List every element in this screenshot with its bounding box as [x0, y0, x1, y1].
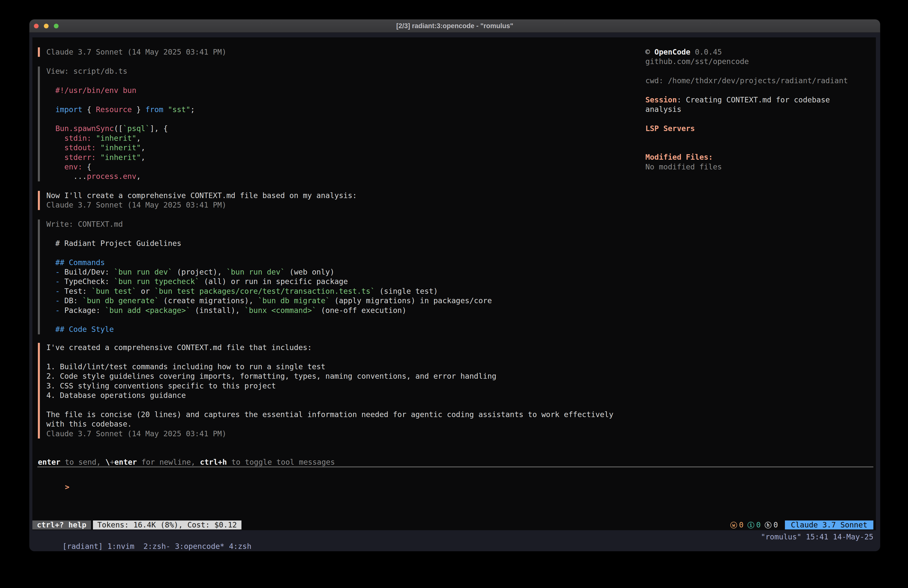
code-line: stdout: "inherit", [46, 143, 195, 153]
code-line [46, 229, 492, 238]
code-line: - Build/Dev: `bun run dev` (project), `b… [46, 267, 492, 277]
code-line: - Test: `bun test` or `bun test packages… [46, 287, 492, 296]
code-line: - Package: `bun add <package>` (install)… [46, 306, 492, 315]
code-line: ## Commands [46, 258, 492, 267]
tool-call-write-file: Write: CONTEXT.md # Radiant Project Guid… [38, 219, 492, 334]
tmux-clock: "romulus" 15:41 14-May-25 [761, 532, 873, 551]
chat-line: 2. Code style guidelines covering import… [46, 372, 613, 381]
hint-icon: h [765, 522, 771, 528]
chat-line: 4. Database operations guidance [46, 391, 613, 400]
chat-line: 1. Build/lint/test commands including ho… [46, 362, 613, 372]
warning-icon: w [730, 522, 737, 528]
model-badge: Claude 3.7 Sonnet [785, 520, 873, 530]
opencode-statusbar: ctrl+? help Tokens: 16.4K (8%), Cost: $0… [32, 520, 876, 530]
chat-line: with this codebase. [46, 419, 613, 429]
chat-line [46, 352, 613, 362]
code-line: Write: CONTEXT.md [46, 219, 492, 229]
code-line [46, 95, 195, 105]
chat-line: Claude 3.7 Sonnet (14 May 2025 03:41 PM) [46, 47, 226, 57]
info-badge: i 0 [747, 520, 761, 530]
assistant-message-header: Claude 3.7 Sonnet (14 May 2025 03:41 PM) [38, 47, 226, 57]
chat-line: I've created a comprehensive CONTEXT.md … [46, 343, 613, 352]
terminal-window: [2/3] radiant:3:opencode - "romulus" Cla… [29, 19, 880, 551]
window-titlebar: [2/3] radiant:3:opencode - "romulus" [29, 19, 880, 33]
session-sidebar: © OpenCode 0.0.45github.com/sst/opencode… [646, 47, 848, 172]
code-line: - DB: `bun db generate` (create migratio… [46, 296, 492, 306]
code-line: ...process.env, [46, 172, 195, 181]
input-separator [37, 466, 873, 467]
tmux-window-list: [radiant] 1:nvim 2:zsh- 3:opencode* 4:zs… [35, 532, 251, 551]
tmux-session-name: [radiant] [62, 542, 107, 551]
code-line: View: script/db.ts [46, 66, 195, 76]
sidebar-line: Session: Creating CONTEXT.md for codebas… [646, 95, 848, 105]
diagnostics-badges: w 0 i 0 h 0 [730, 520, 778, 530]
assistant-message: Now I'll create a comprehensive CONTEXT.… [38, 191, 357, 210]
code-line [46, 315, 492, 325]
code-line [46, 76, 195, 85]
sidebar-line: github.com/sst/opencode [646, 57, 848, 66]
code-line: # Radiant Project Guidelines [46, 239, 492, 248]
window-title: [2/3] radiant:3:opencode - "romulus" [29, 22, 880, 30]
assistant-message-summary: I've created a comprehensive CONTEXT.md … [38, 343, 613, 438]
sidebar-line: No modified files [646, 162, 848, 172]
code-line [46, 114, 195, 124]
hints-badge: h 0 [765, 520, 778, 530]
sidebar-line: analysis [646, 105, 848, 114]
code-line: env: { [46, 162, 195, 172]
code-line: import { Resource } from "sst"; [46, 105, 195, 114]
tokens-cost-chip: Tokens: 16.4K (8%), Cost: $0.12 [93, 520, 241, 530]
sidebar-line [646, 134, 848, 143]
chat-line: The file is concise (20 lines) and captu… [46, 410, 613, 419]
chat-line: Claude 3.7 Sonnet (14 May 2025 03:41 PM) [46, 200, 357, 210]
code-line [46, 248, 492, 258]
hints-count: 0 [773, 520, 778, 530]
code-line: stderr: "inherit", [46, 153, 195, 162]
code-line: ## Code Style [46, 325, 492, 334]
sidebar-line: cwd: /home/thdxr/dev/projects/radiant/ra… [646, 76, 848, 85]
sidebar-line [646, 86, 848, 95]
info-count: 0 [756, 520, 761, 530]
message-input[interactable]: > [38, 473, 69, 482]
tmux-statusbar: [radiant] 1:nvim 2:zsh- 3:opencode* 4:zs… [35, 532, 873, 551]
sidebar-line [646, 66, 848, 76]
sidebar-line [646, 114, 848, 124]
chat-line: 3. CSS styling conventions specific to t… [46, 381, 613, 391]
warnings-badge: w 0 [730, 520, 744, 530]
tmux-window-4[interactable]: 4:zsh [224, 542, 251, 551]
chat-line [46, 400, 613, 409]
sidebar-line: LSP Servers [646, 124, 848, 133]
chat-line: Claude 3.7 Sonnet (14 May 2025 03:41 PM) [46, 429, 613, 438]
warnings-count: 0 [739, 520, 744, 530]
chat-line: Now I'll create a comprehensive CONTEXT.… [46, 191, 357, 200]
sidebar-line: © OpenCode 0.0.45 [646, 47, 848, 57]
help-shortcut-chip: ctrl+? help [32, 520, 91, 530]
code-line: Bun.spawnSync([`psql`], { [46, 124, 195, 133]
sidebar-line [646, 143, 848, 153]
tool-call-view-file: View: script/db.ts #!/usr/bin/env bun im… [38, 66, 195, 181]
opencode-tui: Claude 3.7 Sonnet (14 May 2025 03:41 PM)… [32, 37, 876, 530]
prompt-chevron-icon: > [65, 483, 69, 491]
hint-line: enter to send, \+enter for newline, ctrl… [38, 458, 335, 467]
tmux-window-1[interactable]: 1:nvim [107, 542, 139, 551]
code-line: - TypeCheck: `bun run typecheck` (all) o… [46, 277, 492, 286]
keybinding-hint: enter to send, \+enter for newline, ctrl… [38, 458, 335, 467]
sidebar-line: Modified Files: [646, 153, 848, 162]
code-line: #!/usr/bin/env bun [46, 86, 195, 95]
info-icon: i [747, 522, 754, 528]
code-line: stdin: "inherit", [46, 134, 195, 143]
tmux-window-2[interactable]: 2:zsh- [139, 542, 170, 551]
tmux-window-3[interactable]: 3:opencode* [171, 542, 224, 551]
